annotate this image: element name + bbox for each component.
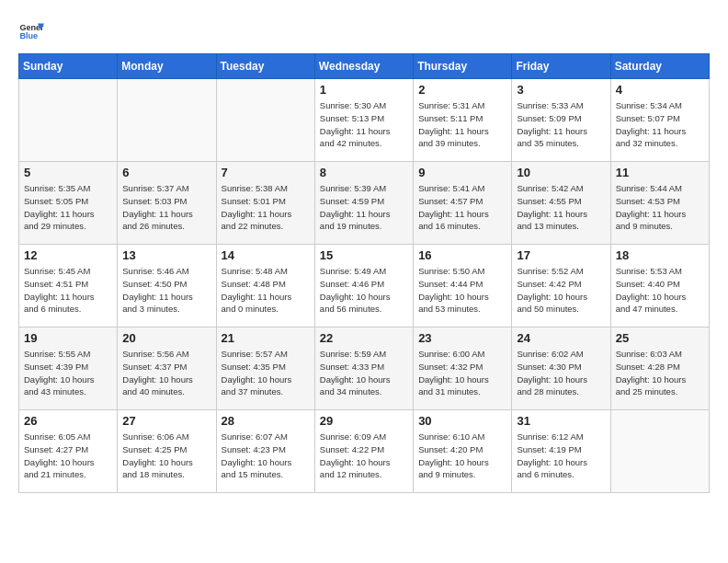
calendar-cell: 17Sunrise: 5:52 AM Sunset: 4:42 PM Dayli… bbox=[512, 245, 610, 327]
day-number: 11 bbox=[616, 166, 704, 179]
calendar-cell: 19Sunrise: 5:55 AM Sunset: 4:39 PM Dayli… bbox=[19, 327, 118, 410]
calendar-week-row: 1Sunrise: 5:30 AM Sunset: 5:13 PM Daylig… bbox=[19, 79, 710, 162]
day-number: 15 bbox=[320, 248, 408, 262]
day-number: 18 bbox=[616, 248, 704, 262]
day-number: 2 bbox=[418, 83, 506, 97]
day-detail: Sunrise: 5:38 AM Sunset: 5:01 PM Dayligh… bbox=[222, 182, 310, 233]
calendar-cell: 12Sunrise: 5:45 AM Sunset: 4:51 PM Dayli… bbox=[19, 245, 118, 327]
calendar-cell bbox=[19, 79, 118, 162]
day-number: 26 bbox=[24, 414, 112, 428]
day-detail: Sunrise: 6:00 AM Sunset: 4:32 PM Dayligh… bbox=[418, 348, 506, 398]
day-number: 27 bbox=[122, 414, 210, 428]
calendar-cell: 27Sunrise: 6:06 AM Sunset: 4:25 PM Dayli… bbox=[118, 410, 216, 493]
day-number: 10 bbox=[517, 166, 605, 179]
calendar-cell: 4Sunrise: 5:34 AM Sunset: 5:07 PM Daylig… bbox=[610, 79, 709, 162]
calendar-cell: 22Sunrise: 5:59 AM Sunset: 4:33 PM Dayli… bbox=[314, 327, 413, 410]
logo-icon: General Blue bbox=[18, 18, 44, 44]
day-detail: Sunrise: 5:49 AM Sunset: 4:46 PM Dayligh… bbox=[320, 265, 408, 316]
day-detail: Sunrise: 5:39 AM Sunset: 4:59 PM Dayligh… bbox=[320, 182, 408, 233]
calendar-cell: 13Sunrise: 5:46 AM Sunset: 4:50 PM Dayli… bbox=[118, 245, 216, 327]
day-detail: Sunrise: 6:05 AM Sunset: 4:27 PM Dayligh… bbox=[24, 431, 112, 481]
day-detail: Sunrise: 6:12 AM Sunset: 4:19 PM Dayligh… bbox=[517, 431, 605, 481]
calendar-cell: 23Sunrise: 6:00 AM Sunset: 4:32 PM Dayli… bbox=[414, 327, 512, 410]
calendar-cell: 26Sunrise: 6:05 AM Sunset: 4:27 PM Dayli… bbox=[19, 410, 118, 493]
day-detail: Sunrise: 5:31 AM Sunset: 5:11 PM Dayligh… bbox=[418, 99, 506, 150]
calendar-cell: 10Sunrise: 5:42 AM Sunset: 4:55 PM Dayli… bbox=[512, 162, 610, 245]
day-number: 5 bbox=[24, 166, 112, 179]
day-detail: Sunrise: 5:42 AM Sunset: 4:55 PM Dayligh… bbox=[517, 182, 605, 233]
day-detail: Sunrise: 5:50 AM Sunset: 4:44 PM Dayligh… bbox=[418, 265, 506, 316]
calendar-cell: 21Sunrise: 5:57 AM Sunset: 4:35 PM Dayli… bbox=[216, 327, 314, 410]
day-detail: Sunrise: 5:35 AM Sunset: 5:05 PM Dayligh… bbox=[24, 182, 112, 233]
day-detail: Sunrise: 5:55 AM Sunset: 4:39 PM Dayligh… bbox=[24, 348, 112, 398]
weekday-header: Thursday bbox=[414, 54, 512, 79]
weekday-header: Saturday bbox=[610, 54, 709, 79]
calendar-cell: 1Sunrise: 5:30 AM Sunset: 5:13 PM Daylig… bbox=[314, 79, 413, 162]
day-number: 23 bbox=[418, 331, 506, 345]
day-detail: Sunrise: 5:44 AM Sunset: 4:53 PM Dayligh… bbox=[616, 182, 704, 233]
calendar-cell: 28Sunrise: 6:07 AM Sunset: 4:23 PM Dayli… bbox=[216, 410, 314, 493]
calendar-cell: 24Sunrise: 6:02 AM Sunset: 4:30 PM Dayli… bbox=[512, 327, 610, 410]
day-detail: Sunrise: 5:34 AM Sunset: 5:07 PM Dayligh… bbox=[616, 99, 704, 150]
day-number: 31 bbox=[517, 414, 605, 428]
calendar-cell bbox=[118, 79, 216, 162]
svg-text:Blue: Blue bbox=[19, 31, 38, 40]
day-detail: Sunrise: 6:09 AM Sunset: 4:22 PM Dayligh… bbox=[320, 431, 408, 481]
calendar-cell: 14Sunrise: 5:48 AM Sunset: 4:48 PM Dayli… bbox=[216, 245, 314, 327]
weekday-header-row: SundayMondayTuesdayWednesdayThursdayFrid… bbox=[19, 54, 710, 79]
calendar-cell: 20Sunrise: 5:56 AM Sunset: 4:37 PM Dayli… bbox=[118, 327, 216, 410]
day-detail: Sunrise: 6:02 AM Sunset: 4:30 PM Dayligh… bbox=[517, 348, 605, 398]
calendar-cell: 30Sunrise: 6:10 AM Sunset: 4:20 PM Dayli… bbox=[414, 410, 512, 493]
day-detail: Sunrise: 5:46 AM Sunset: 4:50 PM Dayligh… bbox=[122, 265, 210, 316]
day-detail: Sunrise: 5:30 AM Sunset: 5:13 PM Dayligh… bbox=[320, 99, 408, 150]
calendar-cell: 3Sunrise: 5:33 AM Sunset: 5:09 PM Daylig… bbox=[512, 79, 610, 162]
day-number: 25 bbox=[616, 331, 704, 345]
day-number: 16 bbox=[418, 248, 506, 262]
day-detail: Sunrise: 5:41 AM Sunset: 4:57 PM Dayligh… bbox=[418, 182, 506, 233]
calendar-cell: 16Sunrise: 5:50 AM Sunset: 4:44 PM Dayli… bbox=[414, 245, 512, 327]
calendar-cell: 6Sunrise: 5:37 AM Sunset: 5:03 PM Daylig… bbox=[118, 162, 216, 245]
day-number: 4 bbox=[616, 83, 704, 97]
calendar-cell: 18Sunrise: 5:53 AM Sunset: 4:40 PM Dayli… bbox=[610, 245, 709, 327]
day-number: 12 bbox=[24, 248, 112, 262]
calendar-cell bbox=[216, 79, 314, 162]
weekday-header: Wednesday bbox=[314, 54, 413, 79]
calendar-cell: 7Sunrise: 5:38 AM Sunset: 5:01 PM Daylig… bbox=[216, 162, 314, 245]
day-detail: Sunrise: 5:45 AM Sunset: 4:51 PM Dayligh… bbox=[24, 265, 112, 316]
calendar-cell: 9Sunrise: 5:41 AM Sunset: 4:57 PM Daylig… bbox=[414, 162, 512, 245]
day-detail: Sunrise: 5:33 AM Sunset: 5:09 PM Dayligh… bbox=[517, 99, 605, 150]
day-number: 17 bbox=[517, 248, 605, 262]
logo: General Blue bbox=[18, 18, 48, 44]
day-number: 28 bbox=[222, 414, 310, 428]
day-number: 14 bbox=[222, 248, 310, 262]
weekday-header: Monday bbox=[118, 54, 216, 79]
calendar-table: SundayMondayTuesdayWednesdayThursdayFrid… bbox=[18, 53, 710, 493]
calendar-cell bbox=[610, 410, 709, 493]
day-number: 3 bbox=[517, 83, 605, 97]
calendar-week-row: 12Sunrise: 5:45 AM Sunset: 4:51 PM Dayli… bbox=[19, 245, 710, 327]
day-detail: Sunrise: 5:37 AM Sunset: 5:03 PM Dayligh… bbox=[122, 182, 210, 233]
day-detail: Sunrise: 5:59 AM Sunset: 4:33 PM Dayligh… bbox=[320, 348, 408, 398]
weekday-header: Sunday bbox=[19, 54, 118, 79]
calendar-cell: 15Sunrise: 5:49 AM Sunset: 4:46 PM Dayli… bbox=[314, 245, 413, 327]
calendar-week-row: 5Sunrise: 5:35 AM Sunset: 5:05 PM Daylig… bbox=[19, 162, 710, 245]
day-detail: Sunrise: 5:48 AM Sunset: 4:48 PM Dayligh… bbox=[222, 265, 310, 316]
calendar-cell: 11Sunrise: 5:44 AM Sunset: 4:53 PM Dayli… bbox=[610, 162, 709, 245]
day-number: 21 bbox=[222, 331, 310, 345]
day-detail: Sunrise: 6:07 AM Sunset: 4:23 PM Dayligh… bbox=[222, 431, 310, 481]
day-detail: Sunrise: 5:52 AM Sunset: 4:42 PM Dayligh… bbox=[517, 265, 605, 316]
day-number: 22 bbox=[320, 331, 408, 345]
calendar-cell: 8Sunrise: 5:39 AM Sunset: 4:59 PM Daylig… bbox=[314, 162, 413, 245]
day-number: 19 bbox=[24, 331, 112, 345]
weekday-header: Tuesday bbox=[216, 54, 314, 79]
day-number: 8 bbox=[320, 166, 408, 179]
day-detail: Sunrise: 6:06 AM Sunset: 4:25 PM Dayligh… bbox=[122, 431, 210, 481]
calendar-week-row: 19Sunrise: 5:55 AM Sunset: 4:39 PM Dayli… bbox=[19, 327, 710, 410]
day-detail: Sunrise: 6:10 AM Sunset: 4:20 PM Dayligh… bbox=[418, 431, 506, 481]
calendar-cell: 25Sunrise: 6:03 AM Sunset: 4:28 PM Dayli… bbox=[610, 327, 709, 410]
day-detail: Sunrise: 5:57 AM Sunset: 4:35 PM Dayligh… bbox=[222, 348, 310, 398]
calendar-cell: 2Sunrise: 5:31 AM Sunset: 5:11 PM Daylig… bbox=[414, 79, 512, 162]
day-number: 29 bbox=[320, 414, 408, 428]
day-number: 6 bbox=[122, 166, 210, 179]
day-number: 9 bbox=[418, 166, 506, 179]
